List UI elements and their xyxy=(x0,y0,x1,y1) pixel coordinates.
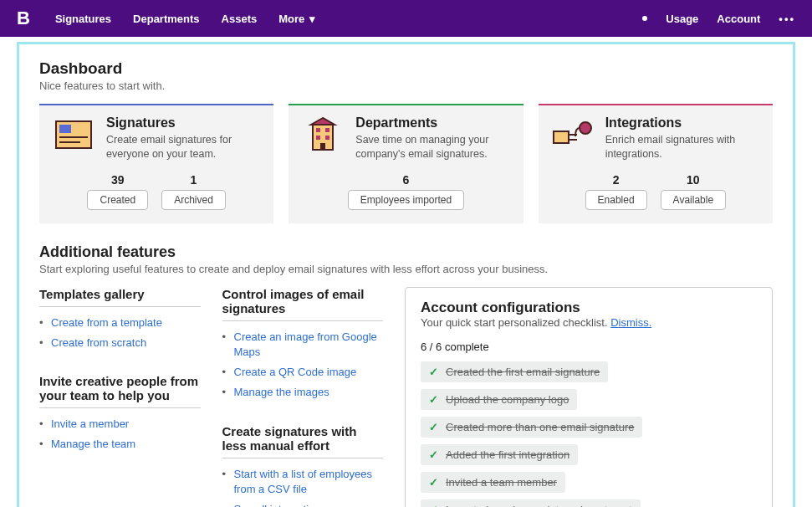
svg-rect-10 xyxy=(320,143,325,150)
link-image-maps[interactable]: Create an image from Google Maps xyxy=(234,330,377,358)
stat-label[interactable]: Available xyxy=(661,190,726,210)
config-subtitle: Your quick start personalized checklist. xyxy=(421,316,610,329)
logo[interactable]: B xyxy=(17,8,30,29)
check-text: Added the first integration xyxy=(446,448,569,461)
card-title: Departments xyxy=(355,115,509,131)
link-create-from-scratch[interactable]: Create from scratch xyxy=(51,336,146,349)
stat-created: 39 Created xyxy=(87,173,148,210)
block-title: Create signatures with less manual effor… xyxy=(222,424,384,453)
link-manage-images[interactable]: Manage the images xyxy=(234,386,329,398)
nav-signatures[interactable]: Signatures xyxy=(55,13,111,25)
check-text: Created the first email signature xyxy=(446,366,600,378)
link-csv[interactable]: Start with a list of employees from a CS… xyxy=(234,468,372,495)
block-effort: Create signatures with less manual effor… xyxy=(222,424,384,508)
check-icon: ✓ xyxy=(429,448,438,461)
check-icon: ✓ xyxy=(429,393,438,406)
stat-num: 2 xyxy=(585,173,647,187)
checklist: ✓Created the first email signature ✓Uplo… xyxy=(421,361,757,507)
block-images: Control images of email signatures Creat… xyxy=(222,287,384,406)
signature-card-icon xyxy=(53,115,94,154)
svg-rect-9 xyxy=(325,136,329,140)
stat-num: 39 xyxy=(87,173,148,187)
additional-title: Additional features xyxy=(39,243,773,261)
block-title: Control images of email signatures xyxy=(222,287,384,315)
topbar: B Signatures Departments Assets More▾ Us… xyxy=(0,0,812,37)
svg-point-14 xyxy=(580,122,591,134)
card-departments[interactable]: Departments Save time on managing your c… xyxy=(289,104,523,223)
check-item: ✓Invited a team member xyxy=(421,472,565,493)
more-menu-icon[interactable]: ••• xyxy=(779,13,795,25)
card-title: Signatures xyxy=(106,115,260,131)
svg-marker-4 xyxy=(311,118,335,125)
nav: Signatures Departments Assets More▾ xyxy=(55,13,315,25)
svg-rect-6 xyxy=(316,128,320,132)
check-text: Upload the company logo xyxy=(446,393,569,406)
card-integrations[interactable]: Integrations Enrich email signatures wit… xyxy=(539,104,773,223)
nav-account[interactable]: Account xyxy=(717,13,760,25)
page-title: Dashboard xyxy=(39,59,773,78)
nav-usage[interactable]: Usage xyxy=(666,13,698,25)
main-frame: Dashboard Nice features to start with. S… xyxy=(17,42,795,507)
department-card-icon xyxy=(302,115,344,154)
check-text: Invited a team member xyxy=(446,476,557,489)
stat-label[interactable]: Employees imported xyxy=(348,190,464,210)
card-desc: Save time on managing your company's ema… xyxy=(355,133,509,161)
topbar-right: Usage Account ••• xyxy=(642,13,795,25)
check-item: ✓Upload the company logo xyxy=(421,389,577,410)
stat-label[interactable]: Created xyxy=(87,190,148,210)
link-invite-member[interactable]: Invite a member xyxy=(51,417,129,430)
nav-departments[interactable]: Departments xyxy=(133,13,199,25)
dismiss-link[interactable]: Dismiss. xyxy=(610,316,651,329)
check-icon: ✓ xyxy=(429,421,438,433)
stat-archived: 1 Archived xyxy=(161,173,226,210)
svg-rect-11 xyxy=(554,131,569,143)
stat-employees: 6 Employees imported xyxy=(348,173,464,210)
card-desc: Create email signatures for everyone on … xyxy=(106,133,260,161)
stat-label[interactable]: Enabled xyxy=(585,190,647,210)
stat-num: 10 xyxy=(661,173,726,187)
nav-more[interactable]: More▾ xyxy=(278,13,315,25)
integrations-card-icon xyxy=(552,115,594,154)
check-icon: ✓ xyxy=(429,366,438,378)
stat-num: 6 xyxy=(348,173,464,187)
block-invite: Invite creative people from your team to… xyxy=(39,374,201,457)
block-title: Templates gallery xyxy=(39,287,201,301)
check-icon: ✓ xyxy=(429,504,438,507)
stat-available: 10 Available xyxy=(661,173,726,210)
block-templates: Templates gallery Create from a template… xyxy=(39,287,201,356)
svg-rect-7 xyxy=(325,128,329,132)
config-progress: 6 / 6 complete xyxy=(421,341,757,353)
stat-enabled: 2 Enabled xyxy=(585,173,647,210)
link-qr-code[interactable]: Create a QR Code image xyxy=(234,366,357,378)
card-title: Integrations xyxy=(605,115,759,131)
config-title: Account configurations xyxy=(421,300,757,316)
link-all-integrations[interactable]: See all integrations xyxy=(234,503,327,507)
summary-cards: Signatures Create email signatures for e… xyxy=(39,104,773,223)
status-dot-icon xyxy=(642,16,647,21)
caret-down-icon: ▾ xyxy=(309,13,315,25)
card-signatures[interactable]: Signatures Create email signatures for e… xyxy=(39,104,273,223)
config-panel: Account configurations Your quick start … xyxy=(405,287,773,507)
svg-rect-1 xyxy=(59,125,71,133)
check-item: ✓Imported employees into a department xyxy=(421,499,641,507)
check-text: Imported employees into a department xyxy=(446,504,632,507)
svg-rect-8 xyxy=(316,136,320,140)
link-manage-team[interactable]: Manage the team xyxy=(51,438,135,450)
check-item: ✓Created the first email signature xyxy=(421,361,608,382)
nav-assets[interactable]: Assets xyxy=(222,13,258,25)
check-icon: ✓ xyxy=(429,476,438,489)
link-create-from-template[interactable]: Create from a template xyxy=(51,316,162,329)
page-subtitle: Nice features to start with. xyxy=(39,79,773,92)
stat-label[interactable]: Archived xyxy=(161,190,226,210)
block-title: Invite creative people from your team to… xyxy=(39,374,201,402)
check-text: Created more than one email signature xyxy=(446,421,634,433)
stat-num: 1 xyxy=(161,173,226,187)
additional-subtitle: Start exploring useful features to creat… xyxy=(39,263,773,275)
check-item: ✓Created more than one email signature xyxy=(421,417,642,438)
card-desc: Enrich email signatures with integration… xyxy=(605,133,759,161)
check-item: ✓Added the first integration xyxy=(421,444,578,465)
